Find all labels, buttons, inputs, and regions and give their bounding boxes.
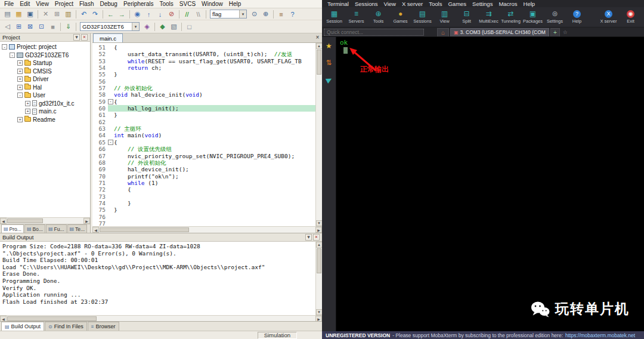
scroll-down-icon[interactable]: ▼ xyxy=(316,220,323,226)
editor-close-icon[interactable]: × xyxy=(314,34,321,42)
scroll-thumb[interactable] xyxy=(317,248,321,273)
sessions-star-icon[interactable]: ★ xyxy=(326,42,332,50)
tab-com3-session[interactable]: ▣ 3. COM3 (USB-SERIAL CH340 (COM xyxy=(450,28,549,36)
expand-icon[interactable]: + xyxy=(17,69,23,74)
moba-menu-games[interactable]: Games xyxy=(445,1,469,7)
new-tab-button[interactable]: + xyxy=(550,28,560,36)
books-icon[interactable]: ≡ xyxy=(276,10,286,19)
help-button[interactable]: ?Help xyxy=(566,10,588,24)
scroll-left-icon[interactable]: ◀ xyxy=(0,218,7,224)
stop-build-icon[interactable]: ■ xyxy=(48,22,58,32)
session-button[interactable]: ▦Session xyxy=(323,10,345,24)
sftp-arrows-icon[interactable]: ⇅ xyxy=(326,58,332,67)
options-for-target-icon[interactable]: ◈ xyxy=(142,22,152,32)
keil-menu-edit[interactable]: Edit xyxy=(17,1,33,7)
batch-build-icon[interactable]: ⊡ xyxy=(36,22,47,32)
copy-icon[interactable]: ⊞ xyxy=(52,10,62,19)
target-select[interactable]: GD32F103ZET6▾ xyxy=(80,22,140,31)
open-file-icon[interactable]: ▦ xyxy=(14,10,24,19)
tree-item[interactable]: -Project: project xyxy=(0,43,90,51)
moba-menu-help[interactable]: Help xyxy=(521,1,538,7)
keil-menu-project[interactable]: Project xyxy=(52,1,76,7)
scroll-down-icon[interactable]: ▼ xyxy=(316,309,323,315)
tree-item[interactable]: +CMSIS xyxy=(0,67,90,76)
search-input[interactable]: flag xyxy=(210,11,239,17)
cut-icon[interactable]: ✕ xyxy=(41,10,51,19)
undo-icon[interactable]: ↶ xyxy=(79,10,89,19)
uncomment-icon[interactable]: \\ xyxy=(193,10,203,19)
collapse-icon[interactable]: - xyxy=(2,44,7,50)
panel-tab-te[interactable]: ▤Te... xyxy=(67,224,88,233)
scroll-right-icon[interactable]: ▶ xyxy=(83,218,90,224)
scroll-thumb[interactable] xyxy=(7,316,97,321)
expand-icon[interactable]: + xyxy=(25,101,30,106)
help-icon[interactable]: ? xyxy=(287,10,298,19)
moba-menu-sessions[interactable]: Sessions xyxy=(352,1,381,7)
pin-icon[interactable]: ▾ xyxy=(305,234,312,241)
tree-item[interactable]: -GD32F103ZET6 xyxy=(0,51,90,60)
build-output-vscrollbar[interactable]: ▲ ▼ xyxy=(315,242,322,315)
games-button[interactable]: ●Games xyxy=(389,10,411,24)
tab-main-c[interactable]: main.c xyxy=(93,33,123,42)
expand-icon[interactable]: + xyxy=(17,117,23,122)
translate-icon[interactable]: ◁ xyxy=(2,22,13,32)
code-area[interactable]: 51{52 usart_data_transmit(USART0, (uint8… xyxy=(92,43,322,226)
redo-icon[interactable]: ↷ xyxy=(90,10,100,19)
find-icon[interactable]: ⊙ xyxy=(249,10,259,19)
new-file-icon[interactable]: ▤ xyxy=(2,10,13,19)
sessions-button[interactable]: ▤Sessions xyxy=(411,10,434,24)
multiexec-button[interactable]: ⇉MultiExec xyxy=(478,10,500,24)
rebuild-all-icon[interactable]: ⊠ xyxy=(25,22,35,32)
expand-icon[interactable]: + xyxy=(17,76,23,82)
tree-item[interactable]: +gd32f10x_it.c xyxy=(0,100,90,108)
moba-menu-macros[interactable]: Macros xyxy=(496,1,520,7)
bottom-tab-browser[interactable]: ≡Browser xyxy=(88,322,119,331)
build-icon[interactable]: ⊞ xyxy=(14,22,24,32)
expand-icon[interactable]: + xyxy=(25,109,30,114)
tab-list-button[interactable]: ☆ xyxy=(563,29,568,35)
clear-bookmarks-icon[interactable]: ⊘ xyxy=(166,10,177,19)
fold-collapse-icon[interactable]: - xyxy=(108,99,113,104)
scroll-left-icon[interactable]: ◀ xyxy=(92,227,99,233)
dropdown-icon[interactable]: ▾ xyxy=(239,10,246,18)
keil-menu-debug[interactable]: Debug xyxy=(97,1,120,7)
moba-menu-settings[interactable]: Settings xyxy=(469,1,496,7)
tree-item[interactable]: +Readme xyxy=(0,116,90,124)
terminal[interactable]: ok 正常输出 xyxy=(336,37,644,331)
next-bookmark-icon[interactable]: ↓ xyxy=(155,10,165,19)
tree-item[interactable]: +Driver xyxy=(0,75,90,84)
keil-menu-peripherals[interactable]: Peripherals xyxy=(120,1,157,7)
bottom-tab-find-in-files[interactable]: ⊙Find In Files xyxy=(45,322,87,331)
view-button[interactable]: ▥View xyxy=(434,10,456,24)
panel-tab-bo[interactable]: ▤Bo... xyxy=(24,224,45,233)
panel-tab-pro[interactable]: ▤Pro... xyxy=(1,224,24,233)
moba-menu-x-server[interactable]: X server xyxy=(399,1,426,7)
close-icon[interactable]: × xyxy=(81,34,88,41)
moba-menu-tools[interactable]: Tools xyxy=(426,1,445,7)
scroll-up-icon[interactable]: ▲ xyxy=(316,242,323,248)
keil-menu-view[interactable]: View xyxy=(33,1,52,7)
project-hscrollbar[interactable]: ◀ ▶ xyxy=(0,217,90,224)
tree-item[interactable]: +Startup xyxy=(0,59,90,67)
expand-icon[interactable]: + xyxy=(17,60,23,66)
editor-vscrollbar[interactable]: ▲ ▼ xyxy=(315,43,322,226)
collapse-icon[interactable]: - xyxy=(10,53,15,58)
keil-menu-tools[interactable]: Tools xyxy=(157,1,177,7)
collapse-icon[interactable]: - xyxy=(17,93,23,98)
settings-button[interactable]: ⊛Settings xyxy=(544,10,566,24)
find-in-files-icon[interactable]: ⊕ xyxy=(261,10,271,19)
panel-tab-fu[interactable]: ▤Fu... xyxy=(46,224,67,233)
scroll-thumb[interactable] xyxy=(7,218,43,223)
tools-button[interactable]: ⊕Tools xyxy=(367,10,389,24)
navigate-back-icon[interactable]: ← xyxy=(106,10,116,19)
keil-menu-file[interactable]: File xyxy=(1,1,17,7)
file-extensions-icon[interactable]: ▧ xyxy=(169,22,179,32)
keil-menu-flash[interactable]: Flash xyxy=(76,1,97,7)
dropdown-icon[interactable]: ▾ xyxy=(132,23,139,30)
macros-plane-icon[interactable]: ▶ xyxy=(324,75,333,85)
moba-menu-terminal[interactable]: Terminal xyxy=(324,1,352,7)
packages-button[interactable]: ▣Packages xyxy=(522,10,544,24)
scroll-up-icon[interactable]: ▲ xyxy=(316,43,323,49)
moba-menu-view[interactable]: View xyxy=(380,1,398,7)
quick-connect-input[interactable] xyxy=(324,29,424,36)
